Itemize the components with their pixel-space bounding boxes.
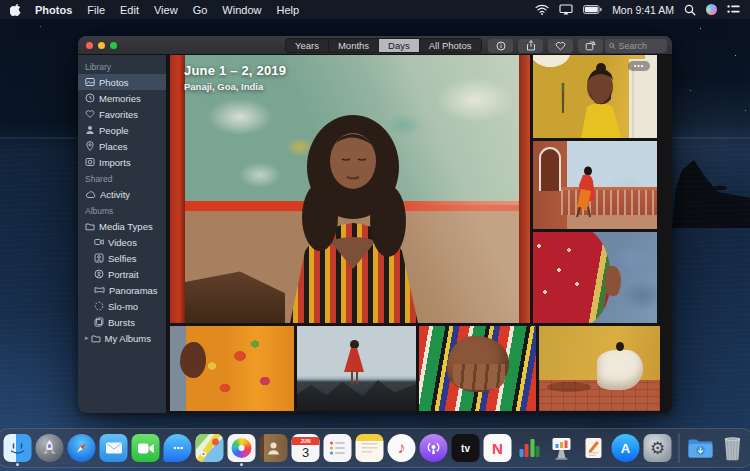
dock-finder-icon[interactable] xyxy=(3,431,33,465)
sidebar-item-photos[interactable]: Photos xyxy=(78,74,166,90)
photo-dancer-white-dress[interactable] xyxy=(539,326,660,411)
sidebar-item-people[interactable]: People xyxy=(78,122,166,138)
rotate-button[interactable] xyxy=(578,39,603,53)
music-note-glyph: ♪ xyxy=(398,439,406,457)
dock-safari-icon[interactable] xyxy=(67,431,97,465)
info-button[interactable] xyxy=(488,39,513,53)
window-titlebar[interactable]: Years Months Days All Photos xyxy=(78,36,672,55)
share-button[interactable] xyxy=(518,39,543,53)
photo-hand-striped-fabric[interactable] xyxy=(419,326,536,411)
dock-photos-icon[interactable] xyxy=(227,431,257,465)
tab-years[interactable]: Years xyxy=(286,39,329,52)
dock-reminders-icon[interactable] xyxy=(323,431,353,465)
sidebar-item-selfies[interactable]: Selfies xyxy=(78,250,166,266)
tab-all-photos[interactable]: All Photos xyxy=(420,39,481,52)
dock-music-icon[interactable]: ♪ xyxy=(387,431,417,465)
photo-woman-red-sari-monument[interactable] xyxy=(533,141,657,229)
screen-mirroring-icon[interactable] xyxy=(559,4,573,15)
dock-maps-icon[interactable] xyxy=(195,431,225,465)
photo-man-yellow-kurta[interactable]: ••• xyxy=(533,55,657,138)
photo-woman-orange-scarf[interactable] xyxy=(170,326,294,411)
dock-downloads-folder-icon[interactable] xyxy=(686,431,716,465)
menu-help[interactable]: Help xyxy=(276,4,299,16)
portrait-icon xyxy=(94,269,104,279)
menu-app-name[interactable]: Photos xyxy=(35,4,72,16)
sidebar-item-slo-mo[interactable]: Slo-mo xyxy=(78,298,166,314)
sidebar-item-my-albums[interactable]: ▸ My Albums xyxy=(78,330,166,346)
sidebar-item-videos[interactable]: Videos xyxy=(78,234,166,250)
sidebar-item-memories[interactable]: Memories xyxy=(78,90,166,106)
dock-calendar-icon[interactable]: JUN 3 xyxy=(291,431,321,465)
battery-icon[interactable] xyxy=(583,5,602,14)
search-icon xyxy=(609,42,616,50)
spotlight-search-icon[interactable] xyxy=(684,4,696,16)
sidebar-item-label: Portrait xyxy=(108,269,139,280)
sidebar-item-panoramas[interactable]: Panoramas xyxy=(78,282,166,298)
notification-center-icon[interactable] xyxy=(727,4,740,15)
sidebar-item-portrait[interactable]: Portrait xyxy=(78,266,166,282)
dock-numbers-icon[interactable] xyxy=(515,431,545,465)
apple-menu-icon[interactable] xyxy=(10,3,21,16)
menu-edit[interactable]: Edit xyxy=(120,4,139,16)
dock-keynote-icon[interactable] xyxy=(547,431,577,465)
menu-clock[interactable]: Mon 9:41 AM xyxy=(612,4,674,16)
menu-window[interactable]: Window xyxy=(222,4,261,16)
more-options-button[interactable]: ••• xyxy=(628,61,650,71)
dock-contacts-icon[interactable] xyxy=(259,431,289,465)
photo-child-on-rocks[interactable] xyxy=(297,326,416,411)
dock-facetime-icon[interactable] xyxy=(131,431,161,465)
sidebar-item-label: Selfies xyxy=(108,253,137,264)
close-window-button[interactable] xyxy=(86,42,93,49)
activity-icon xyxy=(85,190,96,199)
photo-main-woman-striped-top[interactable]: June 1 – 2, 2019 Panaji, Goa, India xyxy=(170,55,530,323)
bursts-icon xyxy=(94,317,104,327)
minimize-window-button[interactable] xyxy=(98,42,105,49)
dock-notes-icon[interactable] xyxy=(355,431,385,465)
tab-days[interactable]: Days xyxy=(379,39,420,52)
dock-system-preferences-icon[interactable]: ⚙ xyxy=(643,431,673,465)
menu-view[interactable]: View xyxy=(154,4,178,16)
sidebar-item-label: Media Types xyxy=(99,221,153,232)
zoom-window-button[interactable] xyxy=(110,42,117,49)
sidebar-item-label: Favorites xyxy=(99,109,138,120)
videos-icon xyxy=(94,238,104,246)
child-figure xyxy=(343,340,365,384)
dancer-shadow xyxy=(547,382,591,392)
imports-icon xyxy=(85,157,95,167)
calendar-month-label: JUN xyxy=(292,437,320,445)
dock-mail-icon[interactable] xyxy=(99,431,129,465)
folder-icon xyxy=(91,334,101,343)
tab-months[interactable]: Months xyxy=(329,39,379,52)
sidebar-item-media-types[interactable]: Media Types xyxy=(78,218,166,234)
menu-go[interactable]: Go xyxy=(193,4,208,16)
disclosure-triangle-icon[interactable]: ▸ xyxy=(85,334,89,342)
dock-podcasts-icon[interactable] xyxy=(419,431,449,465)
bar-chart-glyph xyxy=(519,439,540,457)
favorite-button[interactable] xyxy=(548,39,573,53)
dock: JUN 3 ♪ tv N A ⚙ xyxy=(0,428,750,468)
news-glyph: N xyxy=(492,440,503,457)
sidebar-item-places[interactable]: Places xyxy=(78,138,166,154)
menu-file[interactable]: File xyxy=(87,4,105,16)
sidebar-item-label: Places xyxy=(99,141,128,152)
dock-launchpad-icon[interactable] xyxy=(35,431,65,465)
photo-woman-red-headscarf[interactable] xyxy=(533,232,657,323)
dock-app-store-icon[interactable]: A xyxy=(611,431,641,465)
siri-icon[interactable] xyxy=(706,4,717,15)
dock-news-icon[interactable]: N xyxy=(483,431,513,465)
wifi-icon[interactable] xyxy=(535,4,549,15)
sidebar-item-favorites[interactable]: Favorites xyxy=(78,106,166,122)
dock-pages-icon[interactable] xyxy=(579,431,609,465)
sidebar-item-imports[interactable]: Imports xyxy=(78,154,166,170)
dock-messages-icon[interactable] xyxy=(163,431,193,465)
person-figure xyxy=(533,141,657,229)
search-input[interactable] xyxy=(619,41,663,51)
sidebar-header-albums: Albums xyxy=(78,202,166,218)
photo-grid: June 1 – 2, 2019 Panaji, Goa, India ••• xyxy=(170,55,660,411)
dock-trash-icon[interactable] xyxy=(718,431,748,465)
dock-tv-icon[interactable]: tv xyxy=(451,431,481,465)
sidebar-item-activity[interactable]: Activity xyxy=(78,186,166,202)
places-icon xyxy=(85,141,95,151)
toolbar-search-field[interactable] xyxy=(605,39,667,53)
sidebar-item-bursts[interactable]: Bursts xyxy=(78,314,166,330)
